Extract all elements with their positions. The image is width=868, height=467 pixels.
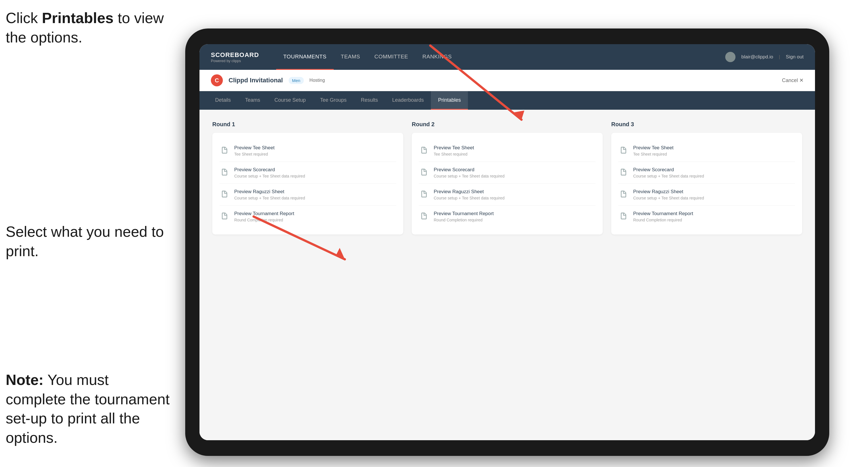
nav-link-committee[interactable]: COMMITTEE bbox=[367, 44, 415, 70]
print-sublabel-3-1: Tee Sheet required bbox=[633, 152, 673, 156]
sub-header: C Clippd Invitational Men Hosting Cancel… bbox=[199, 70, 815, 91]
nav-user-email: blair@clippd.io bbox=[741, 54, 773, 60]
nav-right: blair@clippd.io | Sign out bbox=[725, 52, 804, 62]
round-section-2: Round 2 Preview Tee SheetTee Sheet requi… bbox=[412, 121, 603, 235]
round-section-3: Round 3 Preview Tee SheetTee Sheet requi… bbox=[611, 121, 802, 235]
cancel-button[interactable]: Cancel ✕ bbox=[782, 77, 804, 84]
nav-link-rankings[interactable]: RANKINGS bbox=[415, 44, 459, 70]
tournament-info: C Clippd Invitational Men Hosting bbox=[211, 74, 325, 86]
print-text-1-4: Preview Tournament ReportRound Completio… bbox=[234, 211, 294, 222]
round-title-2: Round 2 bbox=[412, 121, 603, 128]
printables-bold: Printables bbox=[42, 10, 114, 26]
instruction-middle: Select what you need to print. bbox=[6, 222, 171, 261]
print-text-2-2: Preview ScorecardCourse setup + Tee Shee… bbox=[434, 167, 504, 178]
print-text-1-2: Preview ScorecardCourse setup + Tee Shee… bbox=[234, 167, 305, 178]
print-sublabel-2-2: Course setup + Tee Sheet data required bbox=[434, 174, 504, 178]
print-icon-2-1 bbox=[419, 145, 429, 155]
tab-results[interactable]: Results bbox=[354, 91, 385, 110]
print-text-3-4: Preview Tournament ReportRound Completio… bbox=[633, 211, 693, 222]
print-text-1-1: Preview Tee SheetTee Sheet required bbox=[234, 145, 274, 156]
sign-out-link[interactable]: Sign out bbox=[786, 54, 804, 60]
print-label-1-4: Preview Tournament Report bbox=[234, 211, 294, 217]
print-icon-1-4 bbox=[219, 211, 230, 221]
tournament-name: Clippd Invitational bbox=[228, 76, 283, 84]
print-item-3-4[interactable]: Preview Tournament ReportRound Completio… bbox=[618, 206, 795, 227]
round-card-2: Preview Tee SheetTee Sheet required Prev… bbox=[412, 133, 603, 235]
nav-avatar bbox=[725, 52, 736, 62]
print-item-1-2[interactable]: Preview ScorecardCourse setup + Tee Shee… bbox=[219, 162, 396, 184]
print-label-3-2: Preview Scorecard bbox=[633, 167, 704, 173]
nav-links: TOURNAMENTS TEAMS COMMITTEE RANKINGS bbox=[276, 44, 725, 70]
print-item-1-3[interactable]: Preview Raguzzi SheetCourse setup + Tee … bbox=[219, 184, 396, 206]
tab-bar: Details Teams Course Setup Tee Groups Re… bbox=[199, 91, 815, 110]
print-sublabel-2-4: Round Completion required bbox=[434, 218, 494, 222]
tab-teams[interactable]: Teams bbox=[238, 91, 267, 110]
print-sublabel-2-3: Course setup + Tee Sheet data required bbox=[434, 196, 504, 200]
nav-separator: | bbox=[779, 54, 780, 60]
instruction-top: Click Printables to view the options. bbox=[6, 8, 171, 47]
print-text-3-1: Preview Tee SheetTee Sheet required bbox=[633, 145, 673, 156]
print-sublabel-1-1: Tee Sheet required bbox=[234, 152, 274, 156]
print-icon-1-2 bbox=[219, 167, 230, 177]
print-item-3-1[interactable]: Preview Tee SheetTee Sheet required bbox=[618, 140, 795, 162]
print-label-2-4: Preview Tournament Report bbox=[434, 211, 494, 217]
print-item-2-1[interactable]: Preview Tee SheetTee Sheet required bbox=[419, 140, 596, 162]
tournament-badge: Men bbox=[289, 77, 304, 84]
print-sublabel-3-3: Course setup + Tee Sheet data required bbox=[633, 196, 704, 200]
tournament-status: Hosting bbox=[309, 78, 325, 83]
round-title-3: Round 3 bbox=[611, 121, 802, 128]
round-card-1: Preview Tee SheetTee Sheet required Prev… bbox=[212, 133, 403, 235]
print-sublabel-1-2: Course setup + Tee Sheet data required bbox=[234, 174, 305, 178]
app-container: SCOREBOARD Powered by clipps TOURNAMENTS… bbox=[199, 44, 815, 440]
print-sublabel-1-4: Round Completion required bbox=[234, 218, 294, 222]
print-text-1-3: Preview Raguzzi SheetCourse setup + Tee … bbox=[234, 189, 305, 200]
print-icon-3-4 bbox=[618, 211, 629, 221]
print-item-2-4[interactable]: Preview Tournament ReportRound Completio… bbox=[419, 206, 596, 227]
print-text-2-4: Preview Tournament ReportRound Completio… bbox=[434, 211, 494, 222]
print-label-3-3: Preview Raguzzi Sheet bbox=[633, 189, 704, 195]
print-icon-2-3 bbox=[419, 189, 429, 199]
tablet-screen: SCOREBOARD Powered by clipps TOURNAMENTS… bbox=[199, 44, 815, 440]
print-text-2-3: Preview Raguzzi SheetCourse setup + Tee … bbox=[434, 189, 504, 200]
print-icon-3-3 bbox=[618, 189, 629, 199]
print-label-1-2: Preview Scorecard bbox=[234, 167, 305, 173]
print-item-2-2[interactable]: Preview ScorecardCourse setup + Tee Shee… bbox=[419, 162, 596, 184]
round-card-3: Preview Tee SheetTee Sheet required Prev… bbox=[611, 133, 802, 235]
print-item-1-1[interactable]: Preview Tee SheetTee Sheet required bbox=[219, 140, 396, 162]
nav-link-tournaments[interactable]: TOURNAMENTS bbox=[276, 44, 334, 70]
print-icon-1-3 bbox=[219, 189, 230, 199]
brand: SCOREBOARD Powered by clipps bbox=[211, 51, 259, 63]
note-bold: Note: bbox=[6, 372, 43, 388]
brand-title: SCOREBOARD bbox=[211, 51, 259, 59]
main-content: Round 1 Preview Tee SheetTee Sheet requi… bbox=[199, 110, 815, 440]
print-label-3-1: Preview Tee Sheet bbox=[633, 145, 673, 151]
print-sublabel-3-4: Round Completion required bbox=[633, 218, 693, 222]
print-item-2-3[interactable]: Preview Raguzzi SheetCourse setup + Tee … bbox=[419, 184, 596, 206]
print-sublabel-1-3: Course setup + Tee Sheet data required bbox=[234, 196, 305, 200]
tab-leaderboards[interactable]: Leaderboards bbox=[385, 91, 431, 110]
nav-link-teams[interactable]: TEAMS bbox=[334, 44, 367, 70]
print-icon-3-2 bbox=[618, 167, 629, 177]
print-label-3-4: Preview Tournament Report bbox=[633, 211, 693, 217]
print-label-1-1: Preview Tee Sheet bbox=[234, 145, 274, 151]
brand-sub: Powered by clipps bbox=[211, 59, 259, 63]
round-section-1: Round 1 Preview Tee SheetTee Sheet requi… bbox=[212, 121, 403, 235]
tournament-logo: C bbox=[211, 74, 223, 86]
tab-tee-groups[interactable]: Tee Groups bbox=[313, 91, 354, 110]
print-text-2-1: Preview Tee SheetTee Sheet required bbox=[434, 145, 474, 156]
tab-course-setup[interactable]: Course Setup bbox=[267, 91, 313, 110]
print-item-3-3[interactable]: Preview Raguzzi SheetCourse setup + Tee … bbox=[618, 184, 795, 206]
print-text-3-3: Preview Raguzzi SheetCourse setup + Tee … bbox=[633, 189, 704, 200]
print-icon-1-1 bbox=[219, 145, 230, 155]
round-title-1: Round 1 bbox=[212, 121, 403, 128]
print-label-2-2: Preview Scorecard bbox=[434, 167, 504, 173]
print-icon-2-4 bbox=[419, 211, 429, 221]
print-item-1-4[interactable]: Preview Tournament ReportRound Completio… bbox=[219, 206, 396, 227]
print-sublabel-2-1: Tee Sheet required bbox=[434, 152, 474, 156]
tab-details[interactable]: Details bbox=[208, 91, 238, 110]
print-sublabel-3-2: Course setup + Tee Sheet data required bbox=[633, 174, 704, 178]
tab-printables[interactable]: Printables bbox=[431, 91, 468, 110]
top-nav: SCOREBOARD Powered by clipps TOURNAMENTS… bbox=[199, 44, 815, 70]
print-label-1-3: Preview Raguzzi Sheet bbox=[234, 189, 305, 195]
print-item-3-2[interactable]: Preview ScorecardCourse setup + Tee Shee… bbox=[618, 162, 795, 184]
